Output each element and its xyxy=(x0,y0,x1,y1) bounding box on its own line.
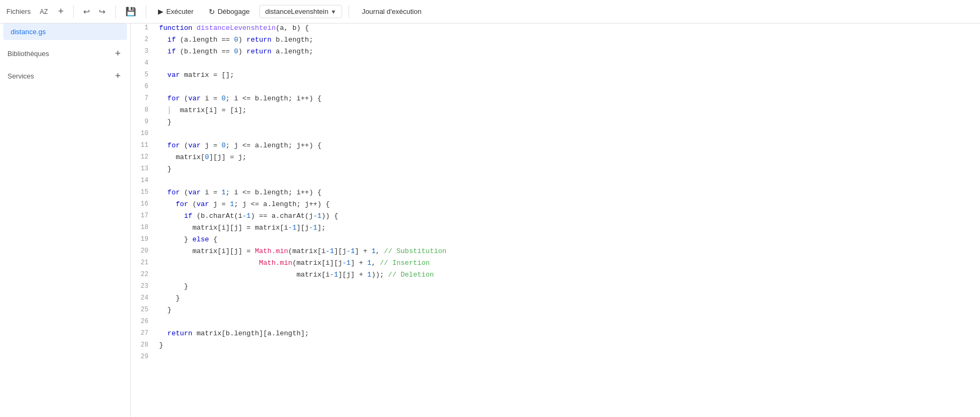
line-content xyxy=(155,352,980,364)
table-row: 1 function distanceLevenshtein(a, b) { xyxy=(131,23,980,35)
table-row: 18 matrix[i][j] = matrix[i-1][j-1]; xyxy=(131,223,980,235)
debug-icon: ↻ xyxy=(209,7,215,16)
toolbar: Fichiers AZ + ↩ ↪ 💾 ▶ Exécuter ↻ Débogag… xyxy=(0,0,980,23)
line-number: 24 xyxy=(131,294,155,305)
line-number: 26 xyxy=(131,317,155,329)
run-icon: ▶ xyxy=(158,7,163,15)
line-number: 28 xyxy=(131,341,155,352)
line-number: 6 xyxy=(131,82,155,94)
line-number: 19 xyxy=(131,235,155,247)
line-content: for (var j = 1; j <= a.length; j++) { xyxy=(155,200,980,211)
line-content: for (var j = 0; j <= a.length; j++) { xyxy=(155,141,980,153)
line-number: 3 xyxy=(131,47,155,59)
line-content: var matrix = []; xyxy=(155,70,980,82)
line-content: if (a.length == 0) return b.length; xyxy=(155,35,980,47)
line-content: matrix[i][j] = Math.min(matrix[i-1][j-1]… xyxy=(155,247,980,258)
undo-icon: ↩ xyxy=(83,7,90,17)
fichiers-label: Fichiers xyxy=(6,7,31,15)
table-row: 13 } xyxy=(131,164,980,176)
add-bibliotheque-button[interactable]: + xyxy=(113,48,123,59)
table-row: 8 │ matrix[i] = [i]; xyxy=(131,106,980,117)
divider-3 xyxy=(146,5,146,18)
line-content xyxy=(155,176,980,188)
table-row: 21 Math.min(matrix[i][j-1] + 1, // Inser… xyxy=(131,258,980,270)
line-content: } xyxy=(155,117,980,129)
line-number: 12 xyxy=(131,153,155,164)
line-number: 14 xyxy=(131,176,155,188)
divider-2 xyxy=(115,5,116,18)
save-button[interactable]: 💾 xyxy=(122,4,139,19)
line-number: 29 xyxy=(131,352,155,364)
line-number: 18 xyxy=(131,223,155,235)
sort-icon: AZ xyxy=(40,8,48,15)
main-area: distance.gs Bibliothèques + Services + 1… xyxy=(0,23,980,417)
add-file-icon: + xyxy=(58,6,64,17)
undo-button[interactable]: ↩ xyxy=(80,5,93,19)
table-row: 10 xyxy=(131,129,980,141)
line-number: 27 xyxy=(131,329,155,341)
line-number: 25 xyxy=(131,305,155,317)
line-content xyxy=(155,59,980,70)
table-row: 14 xyxy=(131,176,980,188)
line-number: 16 xyxy=(131,200,155,211)
table-row: 11 for (var j = 0; j <= a.length; j++) { xyxy=(131,141,980,153)
table-row: 6 xyxy=(131,82,980,94)
debug-label: Débogage xyxy=(218,7,250,15)
line-content xyxy=(155,82,980,94)
redo-button[interactable]: ↪ xyxy=(96,5,109,19)
table-row: 9 } xyxy=(131,117,980,129)
table-row: 3 if (b.length == 0) return a.length; xyxy=(131,47,980,59)
line-number: 2 xyxy=(131,35,155,47)
sort-button[interactable]: AZ xyxy=(37,6,51,17)
line-number: 11 xyxy=(131,141,155,153)
add-file-button[interactable]: + xyxy=(55,4,67,19)
line-content: for (var i = 1; i <= b.length; i++) { xyxy=(155,188,980,200)
file-name: distance.gs xyxy=(11,28,46,36)
line-number: 15 xyxy=(131,188,155,200)
table-row: 20 matrix[i][j] = Math.min(matrix[i-1][j… xyxy=(131,247,980,258)
journal-button[interactable]: Journal d'exécution xyxy=(355,5,428,18)
debug-button[interactable]: ↻ Débogage xyxy=(203,5,255,19)
line-content: │ matrix[i] = [i]; xyxy=(155,106,980,117)
line-number: 17 xyxy=(131,211,155,223)
line-content: matrix[0][j] = j; xyxy=(155,153,980,164)
line-content: } xyxy=(155,305,980,317)
line-number: 1 xyxy=(131,23,155,35)
line-content: } xyxy=(155,282,980,294)
chevron-down-icon: ▼ xyxy=(330,9,336,15)
table-row: 5 var matrix = []; xyxy=(131,70,980,82)
line-number: 22 xyxy=(131,270,155,282)
table-row: 23 } xyxy=(131,282,980,294)
line-number: 20 xyxy=(131,247,155,258)
line-content: Math.min(matrix[i][j-1] + 1, // Insertio… xyxy=(155,258,980,270)
run-label: Exécuter xyxy=(166,7,193,15)
bibliotheques-label: Bibliothèques xyxy=(7,50,49,58)
line-number: 7 xyxy=(131,94,155,106)
services-section: Services + xyxy=(0,65,130,87)
services-label: Services xyxy=(7,72,34,80)
table-row: 12 matrix[0][j] = j; xyxy=(131,153,980,164)
run-button[interactable]: ▶ Exécuter xyxy=(153,5,199,18)
line-content xyxy=(155,317,980,329)
table-row: 22 matrix[i-1][j] + 1)); // Deletion xyxy=(131,270,980,282)
line-content: for (var i = 0; i <= b.length; i++) { xyxy=(155,94,980,106)
table-row: 7 for (var i = 0; i <= b.length; i++) { xyxy=(131,94,980,106)
line-number: 23 xyxy=(131,282,155,294)
code-editor[interactable]: 1 function distanceLevenshtein(a, b) { 2… xyxy=(131,23,980,417)
line-number: 8 xyxy=(131,106,155,117)
line-number: 9 xyxy=(131,117,155,129)
line-content: return matrix[b.length][a.length]; xyxy=(155,329,980,341)
divider-4 xyxy=(349,5,349,18)
line-content: } xyxy=(155,294,980,305)
line-content: } xyxy=(155,341,980,352)
table-row: 27 return matrix[b.length][a.length]; xyxy=(131,329,980,341)
divider-1 xyxy=(73,5,74,18)
sidebar-file-distance[interactable]: distance.gs xyxy=(3,23,127,40)
table-row: 28 } xyxy=(131,341,980,352)
add-service-button[interactable]: + xyxy=(113,70,123,82)
function-selector[interactable]: distanceLevenshtein ▼ xyxy=(259,5,342,18)
table-row: 17 if (b.charAt(i-1) == a.charAt(j-1)) { xyxy=(131,211,980,223)
table-row: 15 for (var i = 1; i <= b.length; i++) { xyxy=(131,188,980,200)
code-table: 1 function distanceLevenshtein(a, b) { 2… xyxy=(131,23,980,364)
bibliotheques-section: Bibliothèques + xyxy=(0,42,130,65)
